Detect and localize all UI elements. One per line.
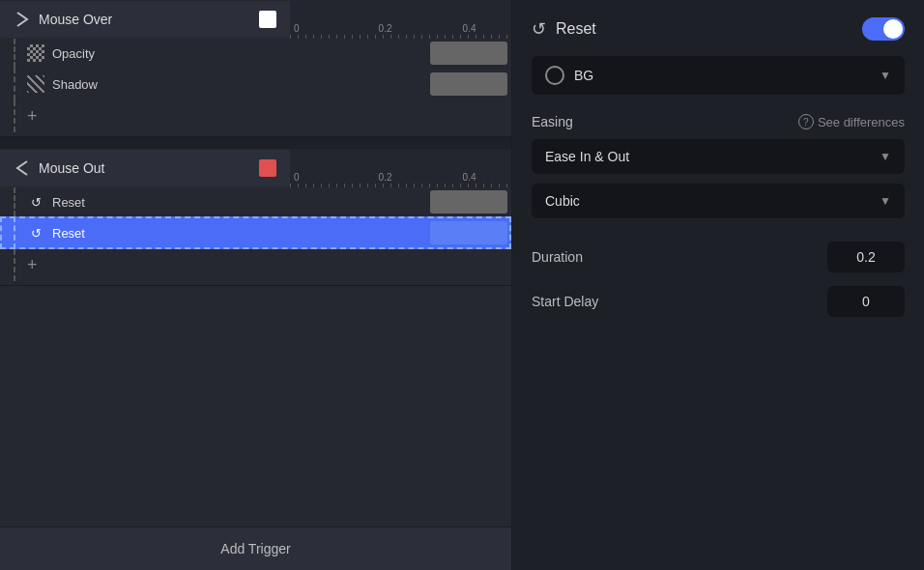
right-header: ↺ Reset (532, 17, 905, 41)
mouse-out-ruler-mark-04: 0.4 (463, 172, 476, 183)
mouse-over-header-row: Mouse Over 0 0.2 0.4 (0, 0, 511, 39)
mouse-out-ruler-mark-0: 0 (294, 172, 300, 183)
reset1-label: Reset (52, 195, 473, 210)
reset1-icon: ↺ (27, 193, 44, 211)
ruler-mark-04: 0.4 (463, 23, 476, 34)
dashed-connector-5 (14, 249, 15, 281)
shadow-action-row[interactable]: Shadow (0, 68, 511, 100)
question-icon: ? (798, 114, 814, 129)
add-trigger-label: Add Trigger (220, 541, 290, 556)
mouse-out-ruler-mark-02: 0.2 (379, 172, 392, 183)
reset1-action-row[interactable]: ↺ Reset (0, 187, 511, 216)
shadow-label: Shadow (52, 77, 469, 92)
easing-title: Easing (532, 114, 573, 129)
bg-chevron-icon: ▼ (880, 69, 891, 82)
ease-curve-dropdown[interactable]: Cubic ▼ (532, 184, 905, 218)
mouse-out-header[interactable]: Mouse Out (0, 150, 290, 186)
reset-section: ↺ Reset (532, 18, 596, 40)
dashed-connector-4 (14, 187, 15, 216)
bg-circle-icon (545, 66, 564, 85)
shadow-timeline-bar (430, 72, 507, 96)
dashed-connector-2 (14, 68, 15, 100)
duration-row: Duration 0.2 (532, 242, 905, 272)
mouse-out-add-row[interactable]: + (0, 249, 511, 281)
ruler-mark-0: 0 (294, 23, 300, 34)
mouse-out-ruler: 0 0.2 0.4 (290, 149, 511, 187)
reset2-timeline-bar (430, 221, 507, 244)
opacity-icon (27, 44, 44, 62)
opacity-timeline-bar (430, 42, 507, 65)
duration-value[interactable]: 0.2 (827, 242, 905, 272)
right-panel: ↺ Reset BG ▼ Easing ? See differences Ea… (512, 0, 924, 570)
mouse-out-add-plus[interactable]: + (27, 255, 38, 275)
see-differences-label: See differences (818, 115, 905, 129)
mouse-over-icon (14, 11, 31, 28)
easing-header: Easing ? See differences (532, 114, 905, 129)
bg-dropdown-label: BG (574, 68, 593, 83)
ease-curve-label: Cubic (545, 193, 580, 209)
reset2-label: Reset (52, 226, 469, 241)
see-differences-button[interactable]: ? See differences (798, 114, 905, 129)
mouse-out-icon (14, 159, 31, 177)
ruler-mark-02: 0.2 (379, 23, 392, 34)
mouse-out-header-row: Mouse Out 0 0.2 0.4 (0, 149, 511, 187)
ease-type-label: Ease In & Out (545, 149, 629, 164)
bg-dropdown-left: BG (545, 66, 593, 85)
reset2-icon: ↺ (27, 224, 44, 242)
dashed-connector (14, 39, 15, 68)
mouse-over-color-swatch[interactable] (259, 11, 276, 28)
start-delay-label: Start Delay (532, 294, 598, 309)
ease-type-chevron: ▼ (880, 150, 891, 163)
mouse-over-header[interactable]: Mouse Over (0, 1, 290, 38)
mouse-out-title: Mouse Out (39, 160, 251, 176)
bg-dropdown[interactable]: BG ▼ (532, 56, 905, 95)
mouse-out-section: Mouse Out 0 0.2 0.4 ↺ Reset ↺ (0, 149, 511, 286)
ease-type-dropdown[interactable]: Ease In & Out ▼ (532, 139, 905, 174)
ease-curve-chevron: ▼ (880, 194, 891, 208)
mouse-over-ruler: 0 0.2 0.4 (290, 0, 511, 39)
mouse-out-color-swatch[interactable] (259, 159, 276, 177)
reset-toggle-switch[interactable] (862, 17, 905, 41)
mouse-over-add-row[interactable]: + (0, 100, 511, 132)
reset-icon: ↺ (532, 18, 546, 40)
dashed-connector-3 (14, 100, 15, 132)
section-spacer (0, 137, 511, 149)
start-delay-value[interactable]: 0 (827, 286, 905, 317)
reset2-action-row[interactable]: ↺ Reset (0, 216, 511, 249)
mouse-over-section: Mouse Over 0 0.2 0.4 Opacity (0, 0, 511, 137)
selected-dashed-connector (14, 216, 15, 249)
mouse-over-add-plus[interactable]: + (27, 106, 38, 127)
shadow-icon (27, 75, 44, 93)
opacity-label: Opacity (52, 46, 473, 61)
mouse-over-title: Mouse Over (39, 12, 251, 27)
reset-label: Reset (556, 20, 596, 38)
start-delay-row: Start Delay 0 (532, 286, 905, 317)
reset1-timeline-bar (430, 190, 507, 214)
add-trigger-button[interactable]: Add Trigger (0, 527, 511, 570)
duration-label: Duration (532, 249, 583, 265)
left-panel: Mouse Over 0 0.2 0.4 Opacity (0, 0, 512, 570)
opacity-action-row[interactable]: Opacity (0, 39, 511, 68)
